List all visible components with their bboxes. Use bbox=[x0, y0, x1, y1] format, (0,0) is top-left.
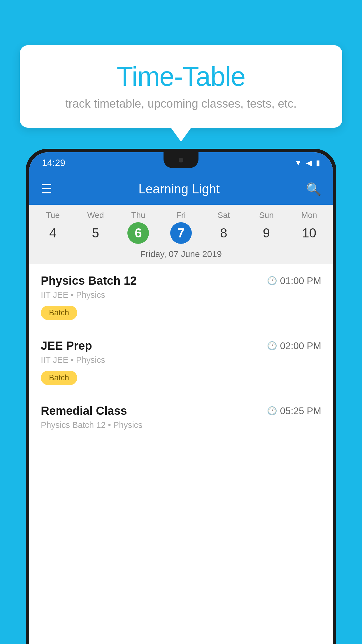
day-label-fri: Fri bbox=[176, 211, 186, 220]
status-bar: 14:29 ▼ ◀ ▮ bbox=[29, 152, 333, 173]
item-3-header: Remedial Class 🕐 05:25 PM bbox=[41, 404, 321, 417]
item-2-time-container: 🕐 02:00 PM bbox=[267, 340, 321, 351]
item-2-badge: Batch bbox=[41, 371, 77, 385]
battery-icon: ▮ bbox=[316, 158, 320, 167]
clock-icon-3: 🕐 bbox=[267, 406, 277, 416]
status-time: 14:29 bbox=[42, 158, 65, 168]
item-1-time-container: 🕐 01:00 PM bbox=[267, 275, 321, 286]
day-number-5: 5 bbox=[85, 222, 106, 244]
day-label-wed: Wed bbox=[87, 211, 104, 220]
day-cell-mon[interactable]: Mon 10 bbox=[298, 211, 320, 244]
status-icons: ▼ ◀ ▮ bbox=[294, 158, 320, 167]
bubble-title: Time-Table bbox=[37, 61, 325, 92]
signal-icon: ◀ bbox=[306, 158, 312, 167]
day-cell-sat[interactable]: Sat 8 bbox=[213, 211, 235, 244]
selected-date-label: Friday, 07 June 2019 bbox=[29, 246, 333, 264]
item-2-header: JEE Prep 🕐 02:00 PM bbox=[41, 339, 321, 352]
day-label-sun: Sun bbox=[259, 211, 274, 220]
schedule-item-1[interactable]: Physics Batch 12 🕐 01:00 PM IIT JEE • Ph… bbox=[29, 264, 333, 329]
notch bbox=[164, 152, 198, 168]
day-number-7-selected: 7 bbox=[170, 222, 192, 244]
day-number-10: 10 bbox=[298, 222, 320, 244]
phone-outer-frame: 14:29 ▼ ◀ ▮ ☰ Learning Light 🔍 bbox=[26, 149, 336, 644]
phone-screen: 14:29 ▼ ◀ ▮ ☰ Learning Light 🔍 bbox=[29, 152, 333, 644]
day-label-sat: Sat bbox=[218, 211, 230, 220]
schedule-list: Physics Batch 12 🕐 01:00 PM IIT JEE • Ph… bbox=[29, 264, 333, 644]
day-number-6-today: 6 bbox=[127, 222, 149, 244]
calendar-strip: Tue 4 Wed 5 Thu 6 bbox=[29, 205, 333, 264]
speech-bubble: Time-Table track timetable, upcoming cla… bbox=[20, 45, 342, 128]
hamburger-icon[interactable]: ☰ bbox=[41, 183, 52, 195]
day-cell-sun[interactable]: Sun 9 bbox=[256, 211, 277, 244]
item-1-subtitle: IIT JEE • Physics bbox=[41, 290, 321, 300]
day-number-8: 8 bbox=[213, 222, 235, 244]
day-label-mon: Mon bbox=[301, 211, 317, 220]
app-title: Learning Light bbox=[60, 182, 298, 196]
bubble-subtitle: track timetable, upcoming classes, tests… bbox=[37, 97, 325, 110]
clock-icon-2: 🕐 bbox=[267, 341, 277, 351]
item-2-time: 02:00 PM bbox=[280, 340, 321, 351]
search-icon[interactable]: 🔍 bbox=[306, 182, 321, 196]
item-3-time-container: 🕐 05:25 PM bbox=[267, 405, 321, 416]
day-cell-wed[interactable]: Wed 5 bbox=[85, 211, 106, 244]
day-number-4: 4 bbox=[42, 222, 64, 244]
day-label-tue: Tue bbox=[46, 211, 60, 220]
item-2-title: JEE Prep bbox=[41, 339, 92, 352]
phone-shell: 14:29 ▼ ◀ ▮ ☰ Learning Light 🔍 bbox=[26, 149, 336, 644]
item-3-title: Remedial Class bbox=[41, 404, 127, 417]
schedule-item-2[interactable]: JEE Prep 🕐 02:00 PM IIT JEE • Physics Ba… bbox=[29, 329, 333, 394]
day-number-9: 9 bbox=[256, 222, 277, 244]
item-1-badge: Batch bbox=[41, 306, 77, 320]
speech-bubble-container: Time-Table track timetable, upcoming cla… bbox=[20, 45, 342, 128]
item-3-subtitle: Physics Batch 12 • Physics bbox=[41, 420, 321, 430]
item-2-subtitle: IIT JEE • Physics bbox=[41, 355, 321, 365]
day-cell-thu[interactable]: Thu 6 bbox=[127, 211, 149, 244]
schedule-item-3[interactable]: Remedial Class 🕐 05:25 PM Physics Batch … bbox=[29, 394, 333, 435]
app-bar: ☰ Learning Light 🔍 bbox=[29, 173, 333, 205]
front-camera bbox=[179, 158, 183, 162]
item-1-title: Physics Batch 12 bbox=[41, 274, 137, 287]
clock-icon-1: 🕐 bbox=[267, 276, 277, 286]
days-row: Tue 4 Wed 5 Thu 6 bbox=[29, 205, 333, 246]
item-1-header: Physics Batch 12 🕐 01:00 PM bbox=[41, 274, 321, 287]
item-1-time: 01:00 PM bbox=[280, 275, 321, 286]
wifi-icon: ▼ bbox=[294, 158, 302, 167]
item-3-time: 05:25 PM bbox=[280, 405, 321, 416]
day-cell-tue[interactable]: Tue 4 bbox=[42, 211, 64, 244]
day-label-thu: Thu bbox=[131, 211, 145, 220]
day-cell-fri[interactable]: Fri 7 bbox=[170, 211, 192, 244]
